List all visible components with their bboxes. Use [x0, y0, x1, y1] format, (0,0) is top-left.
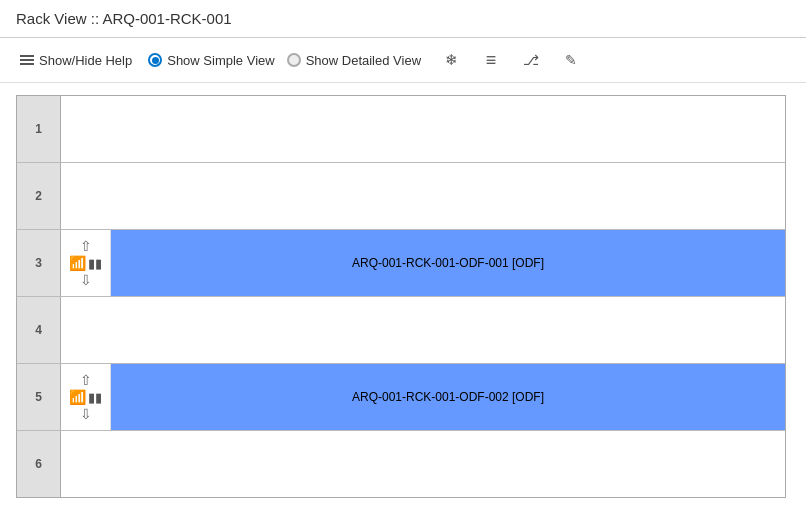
snowflake-icon: ❄	[445, 51, 458, 69]
rack-empty-cell	[111, 163, 785, 229]
share-icon: ⎇	[523, 52, 539, 68]
rack-row-number: 3	[17, 230, 61, 296]
rack-row: 5⇧ 📶 ▮▮ ⇩ARQ-001-RCK-001-ODF-002 [ODF]	[17, 364, 785, 431]
rack-row: 6	[17, 431, 785, 497]
rack-row: 4	[17, 297, 785, 364]
rack-row: 3⇧ 📶 ▮▮ ⇩ARQ-001-RCK-001-ODF-001 [ODF]	[17, 230, 785, 297]
rack-empty-cell	[111, 297, 785, 363]
device-label: ARQ-001-RCK-001-ODF-001 [ODF]	[352, 256, 544, 270]
expand-down-icon[interactable]: ⇩	[80, 273, 92, 287]
expand-down-icon[interactable]: ⇩	[80, 407, 92, 421]
device-icons: 📶 ▮▮	[69, 389, 102, 405]
simple-view-radio[interactable]	[148, 53, 162, 67]
rack-empty-cell	[111, 96, 785, 162]
page-title: Rack View :: ARQ-001-RCK-001	[0, 0, 806, 38]
edit-icon: ✎	[565, 52, 577, 68]
show-detailed-view-label: Show Detailed View	[306, 53, 421, 68]
show-hide-help-button[interactable]: Show/Hide Help	[16, 51, 136, 70]
rack-row-controls[interactable]: ⇧ 📶 ▮▮ ⇩	[61, 364, 111, 430]
network-icon[interactable]: 📶	[69, 255, 86, 271]
rack-row: 1	[17, 96, 785, 163]
rack-table: 123⇧ 📶 ▮▮ ⇩ARQ-001-RCK-001-ODF-001 [ODF]…	[16, 95, 786, 498]
detailed-view-radio[interactable]	[287, 53, 301, 67]
rack-empty-cell	[111, 431, 785, 497]
rack-device-cell[interactable]: ARQ-001-RCK-001-ODF-001 [ODF]	[111, 230, 785, 296]
toolbar-right: ❄ ≡ ⎇ ✎	[437, 46, 585, 74]
show-detailed-view-option[interactable]: Show Detailed View	[287, 53, 421, 68]
show-simple-view-label: Show Simple View	[167, 53, 274, 68]
rack-row: 2	[17, 163, 785, 230]
rack-row-controls[interactable]: ⇧ 📶 ▮▮ ⇩	[61, 230, 111, 296]
network-icon[interactable]: 📶	[69, 389, 86, 405]
show-hide-help-label: Show/Hide Help	[39, 53, 132, 68]
hamburger-icon	[20, 55, 34, 65]
snowflake-icon-button[interactable]: ❄	[437, 46, 465, 74]
list-icon: ≡	[486, 50, 497, 71]
device-icons: 📶 ▮▮	[69, 255, 102, 271]
rack-row-number: 6	[17, 431, 61, 497]
toolbar-left: Show/Hide Help Show Simple View Show Det…	[16, 51, 421, 70]
config-icon[interactable]: ▮▮	[88, 390, 102, 405]
toolbar: Show/Hide Help Show Simple View Show Det…	[0, 38, 806, 83]
list-icon-button[interactable]: ≡	[477, 46, 505, 74]
rack-row-number: 1	[17, 96, 61, 162]
config-icon[interactable]: ▮▮	[88, 256, 102, 271]
share-icon-button[interactable]: ⎇	[517, 46, 545, 74]
device-label: ARQ-001-RCK-001-ODF-002 [ODF]	[352, 390, 544, 404]
show-simple-view-option[interactable]: Show Simple View	[148, 53, 274, 68]
expand-up-icon[interactable]: ⇧	[80, 373, 92, 387]
edit-icon-button[interactable]: ✎	[557, 46, 585, 74]
rack-container: 123⇧ 📶 ▮▮ ⇩ARQ-001-RCK-001-ODF-001 [ODF]…	[0, 83, 806, 510]
rack-device-cell[interactable]: ARQ-001-RCK-001-ODF-002 [ODF]	[111, 364, 785, 430]
rack-row-number: 4	[17, 297, 61, 363]
expand-up-icon[interactable]: ⇧	[80, 239, 92, 253]
rack-row-number: 2	[17, 163, 61, 229]
rack-row-number: 5	[17, 364, 61, 430]
